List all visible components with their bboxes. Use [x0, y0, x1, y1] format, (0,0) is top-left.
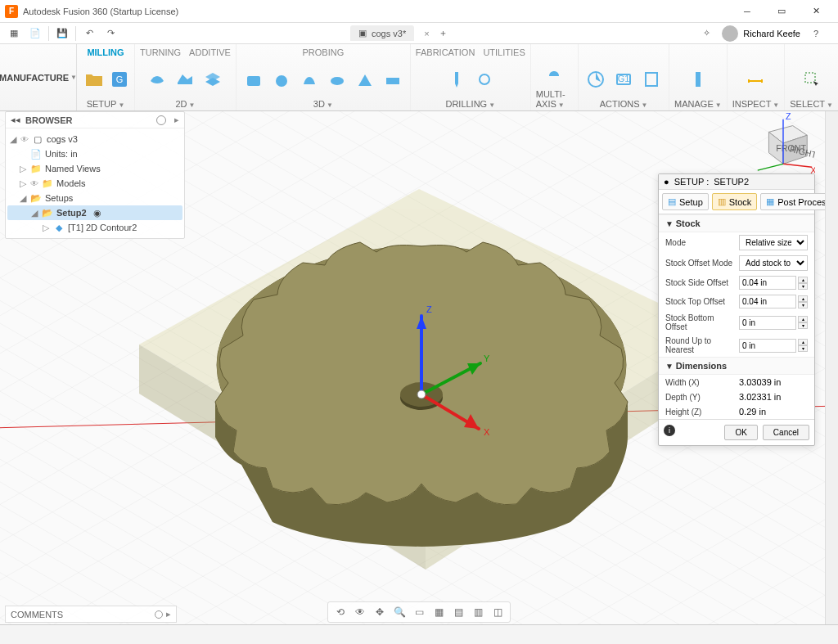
- comments-pin-icon[interactable]: [155, 610, 163, 619]
- zoom-icon[interactable]: 🔍: [392, 605, 407, 619]
- expand-icon[interactable]: ▷: [19, 164, 27, 174]
- window-minimize-button[interactable]: ─: [730, 0, 764, 23]
- comments-expand-icon[interactable]: ▸: [166, 609, 171, 619]
- collapse-icon[interactable]: ◢: [19, 193, 27, 204]
- 2d-face-icon[interactable]: [200, 61, 225, 97]
- vertical-scrollbar[interactable]: [825, 111, 838, 624]
- window-restore-button[interactable]: ▭: [764, 0, 799, 23]
- 2d-adaptive-icon[interactable]: [145, 61, 169, 97]
- 2d-pocket-icon[interactable]: [173, 61, 197, 97]
- tree-root[interactable]: ◢ 👁 ▢ cogs v3: [7, 132, 182, 146]
- 3d-parallel-icon[interactable]: [297, 61, 322, 97]
- tree-contour2[interactable]: ▷ ◆ [T1] 2D Contour2: [7, 220, 182, 235]
- 3d-pocket-icon[interactable]: [269, 61, 294, 97]
- look-at-icon[interactable]: 👁: [353, 605, 367, 619]
- browser-pin-icon[interactable]: [156, 115, 166, 125]
- help-icon[interactable]: ?: [805, 25, 827, 43]
- collapse-icon[interactable]: ◢: [30, 208, 38, 218]
- grid-icon[interactable]: ▤: [451, 605, 466, 619]
- tab-setup[interactable]: ▤Setup: [662, 193, 709, 210]
- save-icon[interactable]: 💾: [52, 25, 73, 43]
- display-style-icon[interactable]: ▦: [431, 605, 446, 619]
- document-close-icon[interactable]: ×: [424, 29, 429, 38]
- setup-folder-icon[interactable]: [82, 61, 106, 97]
- file-menu-icon[interactable]: 📄: [25, 25, 46, 43]
- view-cube[interactable]: FRONT RIGHT Z X: [751, 111, 815, 175]
- info-icon[interactable]: i: [664, 425, 675, 436]
- post-process-icon[interactable]: [639, 61, 664, 97]
- pan-icon[interactable]: ✥: [372, 605, 387, 619]
- post-tab-icon: ▦: [766, 196, 774, 207]
- browser-expand-icon[interactable]: ▸: [174, 115, 179, 125]
- setup-nc-icon[interactable]: G: [110, 61, 129, 97]
- spinner-icon[interactable]: ▴▾: [798, 316, 808, 329]
- new-tab-icon[interactable]: ＋: [433, 25, 454, 43]
- tree-units[interactable]: 📄 Units: in: [7, 146, 182, 161]
- tree-models[interactable]: ▷ 👁 📁 Models: [7, 176, 182, 191]
- cancel-button[interactable]: Cancel: [763, 425, 809, 440]
- top-offset-input[interactable]: [739, 295, 796, 308]
- tab-stock[interactable]: ▥Stock: [712, 193, 758, 210]
- undo-icon[interactable]: ↶: [79, 25, 100, 43]
- tree-setups[interactable]: ◢ 📂 Setups: [7, 191, 182, 205]
- inspect-measure-icon[interactable]: [743, 61, 768, 97]
- document-tab[interactable]: ▣ cogs v3*: [350, 25, 414, 41]
- spinner-icon[interactable]: ▴▾: [798, 295, 808, 308]
- fit-icon[interactable]: ▭: [412, 605, 426, 619]
- drill-icon[interactable]: [444, 61, 469, 97]
- dialog-pin-icon[interactable]: ●: [664, 177, 669, 187]
- tab-fabrication[interactable]: FABRICATION: [416, 47, 475, 57]
- viewport[interactable]: Z Y X FRONT RIGHT Z: [0, 111, 838, 624]
- tab-additive[interactable]: ADDITIVE: [189, 47, 231, 57]
- tab-utilities[interactable]: UTILITIES: [483, 47, 525, 57]
- generate-icon[interactable]: [583, 61, 608, 97]
- visibility-icon[interactable]: 👁: [20, 135, 29, 144]
- section-stock-header[interactable]: ▼ Stock: [659, 214, 814, 232]
- 3d-contour-icon[interactable]: [325, 61, 349, 97]
- tree-named-views[interactable]: ▷ 📁 Named Views: [7, 161, 182, 176]
- orbit-icon[interactable]: ⟲: [333, 605, 348, 619]
- label-side-offset: Stock Side Offset: [665, 278, 736, 287]
- snap-icon[interactable]: ▥: [471, 605, 485, 619]
- hole-recognition-icon[interactable]: [472, 61, 497, 97]
- extensions-icon[interactable]: ✧: [696, 25, 717, 43]
- expand-icon[interactable]: ▷: [19, 178, 27, 189]
- browser-chevron-icon[interactable]: ◂◂: [11, 115, 20, 125]
- workspace-switcher[interactable]: MANUFACTURE▼: [0, 44, 77, 110]
- bottom-offset-input[interactable]: [739, 316, 796, 330]
- visibility-icon[interactable]: 👁: [30, 179, 38, 188]
- redo-icon[interactable]: ↷: [100, 25, 121, 43]
- tree-setup2[interactable]: ◢ 📂 Setup2 ◉: [7, 205, 182, 220]
- simulate-icon[interactable]: G1: [611, 61, 636, 97]
- section-dimensions-header[interactable]: ▼ Dimensions: [659, 357, 814, 375]
- window-title: Autodesk Fusion 360 (Startup License): [23, 7, 178, 16]
- svg-text:Y: Y: [484, 354, 490, 363]
- expand-icon[interactable]: ▷: [42, 223, 50, 233]
- mode-select[interactable]: Relative size box: [739, 235, 808, 250]
- timeline-bar[interactable]: [0, 624, 838, 644]
- radio-active-icon[interactable]: ◉: [93, 208, 101, 218]
- 3d-adaptive-icon[interactable]: [241, 61, 266, 97]
- side-offset-input[interactable]: [739, 276, 796, 290]
- viewport-icon[interactable]: ◫: [490, 605, 505, 619]
- offset-mode-select[interactable]: Add stock to sid...: [739, 255, 808, 271]
- comments-panel[interactable]: COMMENTS ▸: [5, 606, 177, 623]
- multi-axis-icon[interactable]: [542, 53, 566, 89]
- app-menu-icon[interactable]: ▦: [3, 25, 25, 43]
- tab-probing[interactable]: PROBING: [302, 47, 344, 57]
- 3d-horizontal-icon[interactable]: [381, 61, 405, 97]
- user-avatar[interactable]: [722, 25, 738, 42]
- tab-milling[interactable]: MILLING: [87, 47, 124, 57]
- manage-tools-icon[interactable]: [686, 61, 710, 97]
- spinner-icon[interactable]: ▴▾: [798, 339, 808, 352]
- window-close-button[interactable]: ✕: [799, 0, 833, 23]
- 3d-ramp-icon[interactable]: [353, 61, 377, 97]
- tab-turning[interactable]: TURNING: [140, 47, 181, 57]
- collapse-icon[interactable]: ◢: [9, 134, 17, 145]
- round-up-input[interactable]: [739, 339, 796, 353]
- fusion-doc-icon: ▣: [358, 28, 367, 38]
- select-icon[interactable]: [800, 61, 824, 97]
- spinner-icon[interactable]: ▴▾: [798, 277, 808, 290]
- svg-rect-2: [247, 76, 260, 86]
- ok-button[interactable]: OK: [724, 425, 757, 440]
